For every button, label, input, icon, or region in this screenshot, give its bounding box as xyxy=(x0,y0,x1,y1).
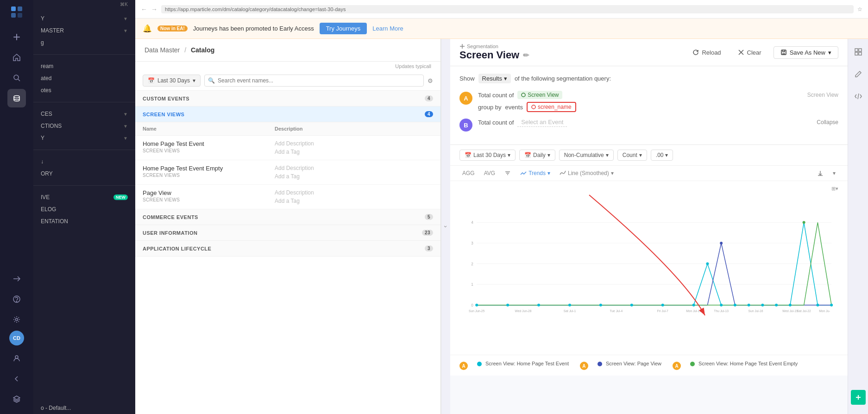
legend-item-1: A Screen View: Page View xyxy=(580,361,661,370)
event-row-home-page-test-event-empty[interactable]: Home Page Test Event Empty SCREEN VIEWS … xyxy=(135,160,440,185)
calendar-icon: 📅 xyxy=(148,77,155,84)
save-as-new-button[interactable]: Save As New ▾ xyxy=(774,46,838,59)
save-dropdown-icon[interactable]: ▾ xyxy=(828,49,831,56)
category-custom-events-count: 4 xyxy=(425,95,433,101)
frequency-picker[interactable]: 📅 Daily ▾ xyxy=(519,150,555,161)
legend-a-badge-1: A xyxy=(580,362,588,370)
sidebar-item-master[interactable]: MASTER ▼ xyxy=(33,25,135,37)
sidebar-nav-support[interactable] xyxy=(7,290,26,308)
sidebar-item-workspace[interactable]: o - Default... xyxy=(33,402,135,414)
date-filter-dropdown[interactable]: 📅 Last 30 Days ▾ xyxy=(143,75,201,87)
more-options-button[interactable]: ▾ xyxy=(830,169,838,178)
category-user-info[interactable]: USER INFORMATION 23 xyxy=(135,225,440,241)
reload-button[interactable]: Reload xyxy=(688,47,725,58)
col-desc-header: Description xyxy=(275,126,433,132)
date-range-picker[interactable]: 📅 Last 30 Days ▾ xyxy=(459,150,516,161)
category-app-lifecycle[interactable]: APPLICATION LIFECYCLE 3 xyxy=(135,241,440,257)
sidebar-nav-back[interactable] xyxy=(7,370,26,388)
try-journeys-button[interactable]: Try Journeys xyxy=(320,23,367,34)
query-builder: Show Results ▾ of the following segmenta… xyxy=(450,66,848,145)
condition-b-row: B Total count of Select an Event Collaps… xyxy=(459,118,838,132)
add-description-link[interactable]: Add Description xyxy=(275,140,433,147)
sidebar-item-ated[interactable]: ated xyxy=(33,72,135,84)
clear-button[interactable]: Clear xyxy=(733,47,766,58)
add-tag-link[interactable]: Add a Tag xyxy=(275,198,433,204)
nav-forward-btn[interactable]: → xyxy=(151,6,157,13)
nav-back-btn[interactable]: ← xyxy=(141,6,147,13)
avg-button[interactable]: AVG xyxy=(481,169,498,178)
app-logo[interactable] xyxy=(8,4,25,20)
sidebar-item-ces[interactable]: CES ▼ xyxy=(33,108,135,120)
sidebar-item-elog[interactable]: ELOG xyxy=(33,203,135,215)
line-type-button[interactable]: Line (Smoothed) ▾ xyxy=(557,169,616,178)
url-bar[interactable]: https://app.mparticle.com/dm/catalog/cat… xyxy=(161,5,854,13)
add-tag-link[interactable]: Add a Tag xyxy=(275,173,433,180)
trends-button[interactable]: Trends ▾ xyxy=(517,169,553,178)
seg-nav-label: Segmentation xyxy=(459,44,529,49)
search-icon: 🔍 xyxy=(208,77,215,84)
sidebar-nav-layers[interactable] xyxy=(7,390,26,408)
chevron-down-icon: ▼ xyxy=(123,16,128,21)
sidebar-nav-arrows[interactable] xyxy=(7,270,26,288)
svg-point-4 xyxy=(14,75,19,80)
value-picker[interactable]: .00 ▾ xyxy=(651,150,673,161)
legend-color-dot-2 xyxy=(690,362,695,366)
results-dropdown[interactable]: Results ▾ xyxy=(478,74,511,83)
collapse-button[interactable]: Collapse xyxy=(817,119,838,125)
sidebar-item-y[interactable]: Y ▼ xyxy=(33,13,135,25)
sidebar-nav-home[interactable] xyxy=(7,48,26,67)
event-row-page-view[interactable]: Page View SCREEN VIEWS Add Description A… xyxy=(135,185,440,209)
edit-code-icon[interactable] xyxy=(851,89,866,104)
svg-rect-2 xyxy=(11,13,16,18)
clear-icon xyxy=(738,49,744,56)
sidebar-nav-user[interactable] xyxy=(7,349,26,368)
sidebar-item-arrow[interactable]: ↓ xyxy=(33,156,135,168)
sidebar-item-ive[interactable]: IVE NEW xyxy=(33,191,135,203)
sidebar-item-y2[interactable]: Y ▼ xyxy=(33,132,135,144)
svg-point-38 xyxy=(775,304,778,307)
sidebar-item-otes[interactable]: otes xyxy=(33,84,135,96)
collapse-chevron-icon: › xyxy=(442,226,449,227)
category-screen-views[interactable]: SCREEN VIEWS 4 xyxy=(135,107,440,122)
breadcrumb-parent[interactable]: Data Master xyxy=(145,46,180,54)
trends-icon xyxy=(520,170,527,176)
sidebar-item-entation[interactable]: ENTATION xyxy=(33,215,135,227)
add-description-link[interactable]: Add Description xyxy=(275,189,433,196)
sidebar-nav-add[interactable] xyxy=(7,28,26,46)
grid-view-icon[interactable] xyxy=(851,44,866,59)
download-button[interactable] xyxy=(814,169,826,178)
teal-action-button[interactable] xyxy=(851,390,866,405)
far-right-panel xyxy=(848,39,868,414)
edit-icon[interactable]: ✏ xyxy=(523,51,529,60)
category-custom-events[interactable]: CUSTOM EVENTS 4 xyxy=(135,91,440,107)
sidebar-item-ctions[interactable]: CTIONS ▼ xyxy=(33,120,135,132)
agg-button[interactable]: AGG xyxy=(459,169,478,178)
screen-name-property-tag[interactable]: screen_name xyxy=(527,102,576,112)
category-commerce-events[interactable]: COMMERCE EVENTS 5 xyxy=(135,209,440,225)
sidebar-nav-settings[interactable] xyxy=(7,310,26,329)
svg-point-43 xyxy=(720,242,723,245)
event-search-input[interactable] xyxy=(204,75,424,87)
sidebar-item-ory[interactable]: ORY xyxy=(33,168,135,180)
select-event-placeholder[interactable]: Select an Event xyxy=(517,118,567,127)
sidebar-nav-search[interactable] xyxy=(7,69,26,87)
user-avatar[interactable]: CD xyxy=(9,331,24,345)
add-description-link[interactable]: Add Description xyxy=(275,165,433,171)
sidebar-nav-data[interactable] xyxy=(7,89,26,107)
learn-more-button[interactable]: Learn More xyxy=(372,25,403,32)
collapse-panel-arrow[interactable]: › xyxy=(441,39,450,414)
add-tag-link[interactable]: Add a Tag xyxy=(275,149,433,155)
sidebar-item-g[interactable]: g xyxy=(33,37,135,49)
edit-pencil-icon[interactable] xyxy=(851,67,866,82)
filter-adjust-icon[interactable] xyxy=(502,169,514,178)
measure-picker[interactable]: Count ▾ xyxy=(617,150,647,161)
chart-grid-icon[interactable]: ⊞▾ xyxy=(831,186,838,192)
bookmark-star-icon[interactable]: ☆ xyxy=(857,6,862,13)
sidebar-item-ream[interactable]: ream xyxy=(33,60,135,72)
svg-point-37 xyxy=(761,304,764,307)
event-row-home-page-test-event[interactable]: Home Page Test Event SCREEN VIEWS Add De… xyxy=(135,136,440,160)
chevron-down-icon: ▼ xyxy=(123,136,128,141)
mode-picker[interactable]: Non-Cumulative ▾ xyxy=(559,150,614,161)
condition-a-event-pill[interactable]: Screen View xyxy=(517,91,562,99)
filter-icon[interactable]: ⚙ xyxy=(428,77,433,84)
